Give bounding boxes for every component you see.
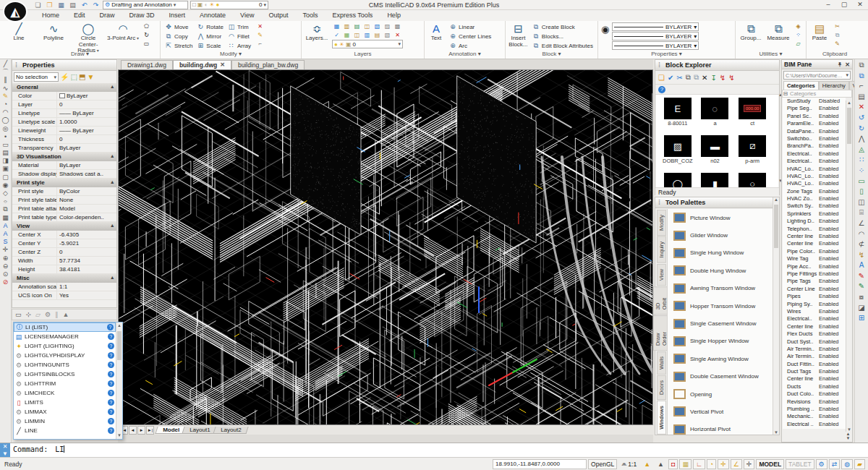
right-tool-icon[interactable]: ✕ <box>859 103 864 111</box>
layer-tool-icon[interactable]: ◫ <box>362 22 372 30</box>
status-toggle-button[interactable]: ∠ <box>731 459 742 469</box>
right-tool-icon[interactable]: ▤ <box>858 93 864 101</box>
layers-button[interactable]: ≎ Layers... <box>305 22 329 42</box>
block-explorer-tool-icon[interactable]: ⧉ <box>694 73 699 82</box>
left-tool-icon[interactable]: ⊕ <box>3 255 9 262</box>
layout-nav-button[interactable]: ◄ <box>129 426 137 435</box>
bim-category-row[interactable]: Pipe Fittings Enabled <box>783 270 846 278</box>
right-tool-icon[interactable]: ⧇ <box>859 294 864 301</box>
right-tool-icon[interactable]: ◫ <box>858 199 864 206</box>
left-tool-icon[interactable]: ⊖ <box>3 263 9 270</box>
utility-button[interactable]: ⧉ Group... <box>739 22 763 42</box>
command-suggestion[interactable]: ⚙ LIGHTSINBLOCKS ? <box>14 369 116 379</box>
section-header-print-style[interactable]: Print style▴ <box>12 179 116 187</box>
property-row[interactable]: Shadow display Shadows cast a.. <box>12 170 116 179</box>
annotation-visibility-button[interactable]: ▲ <box>641 459 653 469</box>
opengl-button[interactable]: OpenGL <box>588 459 617 469</box>
palette-tab[interactable]: Modify <box>657 210 666 236</box>
command-suggestion[interactable]: ⓘ LI (LIST) ? <box>14 322 116 332</box>
bim-spinner[interactable]: ▲▼ <box>845 432 851 441</box>
left-tool-icon[interactable]: ∥ <box>4 77 7 83</box>
app-logo[interactable]: ◭ <box>3 1 27 22</box>
block-explorer-tool-icon[interactable]: ❏ <box>658 74 665 82</box>
bim-category-row[interactable]: Sprinklers Enabled <box>783 210 846 218</box>
layer-quick-select[interactable]: □▣◐☀● 0 ▾ <box>190 1 268 9</box>
document-tab[interactable]: building.dwg ✕ <box>173 60 231 69</box>
block-thumbnail[interactable]: ⧄ p-arm <box>733 135 771 173</box>
workspace-select[interactable]: ⚙ Drafting and Annotation ▾ <box>103 1 188 9</box>
ribbon-tab[interactable]: View <box>233 9 261 21</box>
bim-category-row[interactable]: Electrical.. Enabled <box>783 315 846 322</box>
help-icon[interactable]: ? <box>108 418 114 424</box>
layer-tool-icon[interactable]: ▧ <box>383 31 392 39</box>
bim-category-row[interactable]: Lighting D.. Enabled <box>783 218 846 225</box>
property-row[interactable]: Material ByLayer <box>12 161 116 170</box>
draw-tool-button[interactable]: ◯ Circle Center-Radius <box>72 22 104 54</box>
bim-category-row[interactable]: Center line Enabled <box>783 375 846 383</box>
command-suggestion[interactable]: ▯ LIMITS ? <box>14 398 116 407</box>
status-toggle-button[interactable]: ◔ <box>707 459 716 469</box>
panel-label-draw[interactable]: Draw ▾ <box>0 51 160 59</box>
bim-category-row[interactable]: Wire Tag Enabled <box>783 255 846 262</box>
bim-category-row[interactable]: Electrical.. Enabled <box>783 158 846 165</box>
left-tool-icon[interactable]: ◨ <box>2 158 9 164</box>
section-header-view[interactable]: View▴ <box>12 222 116 231</box>
help-icon[interactable]: ? <box>108 380 114 387</box>
layout-nav-button[interactable]: ► <box>137 426 145 435</box>
bim-path-select[interactable]: C:\Users\Vitor\Documents\uf ▾ <box>783 71 851 80</box>
property-row[interactable]: Thickness 0 <box>12 135 116 144</box>
modify-tool-button[interactable]: ✥ Move <box>163 22 194 31</box>
block-thumbnail[interactable]: ◌ a <box>697 98 734 135</box>
undo-icon[interactable]: ↶ <box>80 1 89 9</box>
command-suggestion[interactable]: ✦ LIGHT (LIGHTING) ? <box>14 341 116 351</box>
palette-tool[interactable]: Single Casement Window <box>668 315 779 332</box>
right-tool-icon[interactable]: ▭ <box>858 178 864 185</box>
right-tool-icon[interactable]: ◬ <box>859 146 864 153</box>
right-tool-icon[interactable]: ∷ <box>859 156 864 163</box>
palette-tool[interactable]: Double Casement Window <box>668 368 779 385</box>
status-toggle-button[interactable]: ✛ <box>744 459 755 469</box>
paste-button[interactable]: ▤ Paste <box>809 22 830 42</box>
bim-category-row[interactable]: HVAC Zo.. Enabled <box>783 195 846 202</box>
block-explorer-tool-icon[interactable]: ✔ <box>668 74 673 82</box>
right-tool-icon[interactable]: ⋀ <box>859 135 864 142</box>
right-tool-icon[interactable]: ↻ <box>859 125 864 132</box>
block-explorer-tool-icon[interactable]: ↯ <box>720 74 726 82</box>
ribbon-tab[interactable]: Help <box>380 9 408 21</box>
palette-tool[interactable]: Single Hopper Window <box>668 333 779 350</box>
help-icon[interactable]: ? <box>108 362 114 368</box>
draw-tool-button[interactable]: ◠ 3-Point Arc <box>107 22 139 54</box>
help-icon[interactable]: ? <box>108 399 114 406</box>
bim-category-row[interactable]: Air Termin.. Enabled <box>783 346 846 353</box>
bim-category-row[interactable]: HVAC_Lo.. Enabled <box>783 173 846 180</box>
left-tool-icon[interactable]: A <box>3 223 7 229</box>
property-row[interactable]: Transparency ByLayer <box>12 144 116 153</box>
layer-tool-icon[interactable]: ▤ <box>373 31 382 39</box>
bim-scrollbar[interactable]: ▲ ▼ <box>846 101 852 432</box>
command-input[interactable]: Command: LI <box>10 443 868 457</box>
bylayer-select[interactable]: BYLAYER ▾ <box>612 22 699 31</box>
layer-tool-icon[interactable]: ▧ <box>373 22 382 30</box>
annotation-item-button[interactable]: ⊕ Arc <box>448 41 493 50</box>
property-row[interactable]: Center Y -5.9021 <box>12 239 116 248</box>
block-explorer-tool-icon[interactable]: ↧ <box>710 74 716 82</box>
left-tool-icon[interactable]: ▤ <box>2 150 9 156</box>
layer-tool-icon[interactable]: ▨ <box>383 22 392 30</box>
annotation-scale-button[interactable]: ⩕ 1:1 <box>618 459 639 469</box>
bim-category-row[interactable]: Telephon.. Enabled <box>783 226 846 233</box>
bim-category-row[interactable]: Zone Tags Enabled <box>783 188 846 195</box>
draw-tool-button[interactable]: ╱ Line <box>3 22 35 54</box>
property-row[interactable]: Color ByLayer <box>12 92 116 101</box>
modify-extra-icon[interactable]: ⌐ <box>255 40 265 48</box>
left-tool-icon[interactable]: ▢ <box>2 174 9 181</box>
save-icon[interactable]: ▦ <box>56 1 66 9</box>
help-icon[interactable]: ? <box>108 409 114 415</box>
status-toggle-button[interactable]: ◘ <box>668 459 678 469</box>
block-thumbnail[interactable]: 000.00 ct <box>733 98 771 135</box>
palette-tab[interactable]: Inquiry <box>657 236 666 263</box>
layer-tool-icon[interactable]: ▩ <box>393 22 402 30</box>
block-explorer-tool-icon[interactable]: ↯ <box>728 74 734 82</box>
ribbon-tab[interactable]: Insert <box>162 9 193 21</box>
bim-category-row[interactable]: Duct Colo.. Enabled <box>783 390 846 398</box>
help-icon[interactable]: ? <box>108 343 114 349</box>
